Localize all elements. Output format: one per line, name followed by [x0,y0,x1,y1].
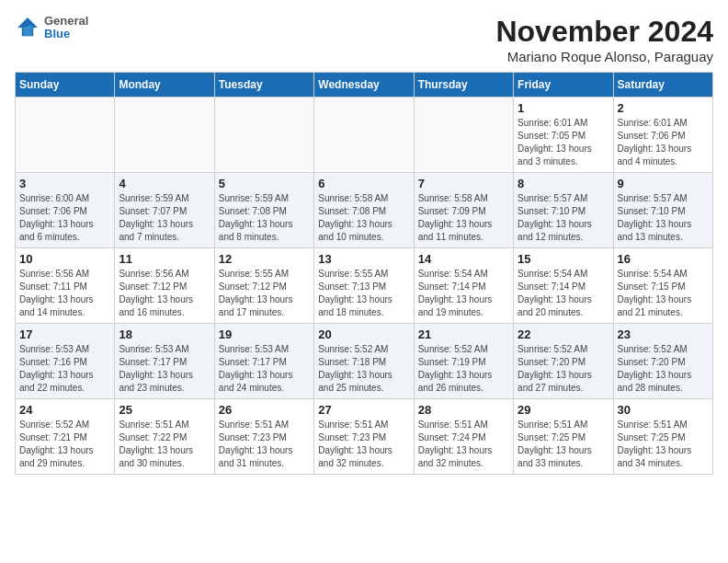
day-info: Sunrise: 5:51 AM Sunset: 7:22 PM Dayligh… [119,419,210,470]
day-info: Sunrise: 5:55 AM Sunset: 7:13 PM Dayligh… [318,268,409,319]
day-number: 29 [518,403,609,417]
month-title: November 2024 [495,15,713,49]
day-info: Sunrise: 5:54 AM Sunset: 7:14 PM Dayligh… [418,268,509,319]
day-number: 13 [318,252,409,266]
calendar-day-cell [115,98,214,173]
calendar-table: SundayMondayTuesdayWednesdayThursdayFrid… [15,72,713,475]
day-info: Sunrise: 5:54 AM Sunset: 7:14 PM Dayligh… [518,268,609,319]
calendar-day-cell: 7Sunrise: 5:58 AM Sunset: 7:09 PM Daylig… [414,173,513,248]
day-number: 22 [518,327,609,341]
day-number: 21 [418,327,509,341]
day-number: 30 [618,403,709,417]
day-info: Sunrise: 6:01 AM Sunset: 7:06 PM Dayligh… [618,117,709,168]
day-number: 14 [418,252,509,266]
day-info: Sunrise: 5:51 AM Sunset: 7:23 PM Dayligh… [219,419,310,470]
day-info: Sunrise: 5:54 AM Sunset: 7:15 PM Dayligh… [618,268,709,319]
calendar-day-cell [16,98,115,173]
calendar-day-cell: 16Sunrise: 5:54 AM Sunset: 7:15 PM Dayli… [613,248,712,324]
logo-line1: General [44,15,88,28]
calendar-day-cell [414,98,513,173]
day-info: Sunrise: 5:52 AM Sunset: 7:18 PM Dayligh… [318,343,409,395]
header-saturday: Saturday [613,73,712,98]
header-monday: Monday [115,73,214,98]
calendar-day-cell [214,98,313,173]
calendar-day-cell: 21Sunrise: 5:52 AM Sunset: 7:19 PM Dayli… [414,324,513,399]
day-number: 15 [518,252,609,266]
calendar-day-cell: 13Sunrise: 5:55 AM Sunset: 7:13 PM Dayli… [314,248,414,324]
day-number: 3 [19,177,110,190]
calendar-header-row: SundayMondayTuesdayWednesdayThursdayFrid… [16,73,713,98]
day-info: Sunrise: 5:56 AM Sunset: 7:12 PM Dayligh… [119,268,210,319]
day-number: 24 [19,403,110,417]
calendar-day-cell: 4Sunrise: 5:59 AM Sunset: 7:07 PM Daylig… [115,173,214,248]
calendar-day-cell: 20Sunrise: 5:52 AM Sunset: 7:18 PM Dayli… [314,324,414,399]
calendar-week-row: 10Sunrise: 5:56 AM Sunset: 7:11 PM Dayli… [16,248,713,324]
logo-text: General Blue [44,15,88,41]
day-info: Sunrise: 5:59 AM Sunset: 7:08 PM Dayligh… [219,192,310,244]
calendar-day-cell: 11Sunrise: 5:56 AM Sunset: 7:12 PM Dayli… [115,248,214,324]
calendar-day-cell: 3Sunrise: 6:00 AM Sunset: 7:06 PM Daylig… [16,173,115,248]
calendar-day-cell [314,98,414,173]
day-number: 27 [318,403,409,417]
title-block: November 2024 Mariano Roque Alonso, Para… [495,15,713,64]
logo-icon [15,15,40,40]
calendar-day-cell: 18Sunrise: 5:53 AM Sunset: 7:17 PM Dayli… [115,324,214,399]
calendar-day-cell: 8Sunrise: 5:57 AM Sunset: 7:10 PM Daylig… [514,173,613,248]
calendar-day-cell: 25Sunrise: 5:51 AM Sunset: 7:22 PM Dayli… [115,399,214,475]
day-info: Sunrise: 5:56 AM Sunset: 7:11 PM Dayligh… [19,268,110,319]
day-number: 28 [418,403,509,417]
calendar-week-row: 24Sunrise: 5:52 AM Sunset: 7:21 PM Dayli… [16,399,713,475]
header-friday: Friday [514,73,613,98]
calendar-day-cell: 19Sunrise: 5:53 AM Sunset: 7:17 PM Dayli… [214,324,313,399]
calendar-day-cell: 1Sunrise: 6:01 AM Sunset: 7:05 PM Daylig… [514,98,613,173]
header-sunday: Sunday [16,73,115,98]
day-info: Sunrise: 5:53 AM Sunset: 7:17 PM Dayligh… [119,343,210,395]
day-info: Sunrise: 5:51 AM Sunset: 7:25 PM Dayligh… [518,419,609,470]
calendar-day-cell: 30Sunrise: 5:51 AM Sunset: 7:25 PM Dayli… [613,399,712,475]
day-number: 5 [219,177,310,190]
calendar-day-cell: 24Sunrise: 5:52 AM Sunset: 7:21 PM Dayli… [16,399,115,475]
calendar-day-cell: 22Sunrise: 5:52 AM Sunset: 7:20 PM Dayli… [514,324,613,399]
calendar-day-cell: 2Sunrise: 6:01 AM Sunset: 7:06 PM Daylig… [613,98,712,173]
calendar-day-cell: 28Sunrise: 5:51 AM Sunset: 7:24 PM Dayli… [414,399,513,475]
header-thursday: Thursday [414,73,513,98]
day-number: 1 [518,101,609,115]
header-wednesday: Wednesday [314,73,414,98]
calendar-week-row: 17Sunrise: 5:53 AM Sunset: 7:16 PM Dayli… [16,324,713,399]
day-info: Sunrise: 5:53 AM Sunset: 7:16 PM Dayligh… [19,343,110,395]
calendar-day-cell: 29Sunrise: 5:51 AM Sunset: 7:25 PM Dayli… [514,399,613,475]
calendar-day-cell: 14Sunrise: 5:54 AM Sunset: 7:14 PM Dayli… [414,248,513,324]
day-info: Sunrise: 5:55 AM Sunset: 7:12 PM Dayligh… [219,268,310,319]
header-tuesday: Tuesday [214,73,313,98]
day-info: Sunrise: 5:52 AM Sunset: 7:19 PM Dayligh… [418,343,509,395]
logo-line2: Blue [44,28,88,40]
calendar-day-cell: 10Sunrise: 5:56 AM Sunset: 7:11 PM Dayli… [16,248,115,324]
day-info: Sunrise: 5:52 AM Sunset: 7:20 PM Dayligh… [618,343,709,395]
day-number: 23 [618,327,709,341]
calendar-day-cell: 15Sunrise: 5:54 AM Sunset: 7:14 PM Dayli… [514,248,613,324]
day-number: 18 [119,327,210,341]
day-number: 2 [618,101,709,115]
day-info: Sunrise: 5:58 AM Sunset: 7:09 PM Dayligh… [418,192,509,244]
day-number: 10 [19,252,110,266]
day-info: Sunrise: 6:01 AM Sunset: 7:05 PM Dayligh… [518,117,609,168]
day-info: Sunrise: 5:53 AM Sunset: 7:17 PM Dayligh… [219,343,310,395]
day-info: Sunrise: 5:59 AM Sunset: 7:07 PM Dayligh… [119,192,210,244]
day-number: 8 [518,177,609,190]
day-number: 16 [618,252,709,266]
calendar-day-cell: 6Sunrise: 5:58 AM Sunset: 7:08 PM Daylig… [314,173,414,248]
day-number: 6 [318,177,409,190]
day-number: 17 [19,327,110,341]
calendar-week-row: 1Sunrise: 6:01 AM Sunset: 7:05 PM Daylig… [16,98,713,173]
logo: General Blue [15,15,88,41]
day-info: Sunrise: 5:51 AM Sunset: 7:23 PM Dayligh… [318,419,409,470]
day-info: Sunrise: 5:52 AM Sunset: 7:21 PM Dayligh… [19,419,110,470]
day-info: Sunrise: 5:52 AM Sunset: 7:20 PM Dayligh… [518,343,609,395]
day-info: Sunrise: 6:00 AM Sunset: 7:06 PM Dayligh… [19,192,110,244]
calendar-day-cell: 23Sunrise: 5:52 AM Sunset: 7:20 PM Dayli… [613,324,712,399]
day-info: Sunrise: 5:51 AM Sunset: 7:25 PM Dayligh… [618,419,709,470]
day-info: Sunrise: 5:57 AM Sunset: 7:10 PM Dayligh… [518,192,609,244]
day-info: Sunrise: 5:57 AM Sunset: 7:10 PM Dayligh… [618,192,709,244]
day-number: 9 [618,177,709,190]
day-number: 12 [219,252,310,266]
